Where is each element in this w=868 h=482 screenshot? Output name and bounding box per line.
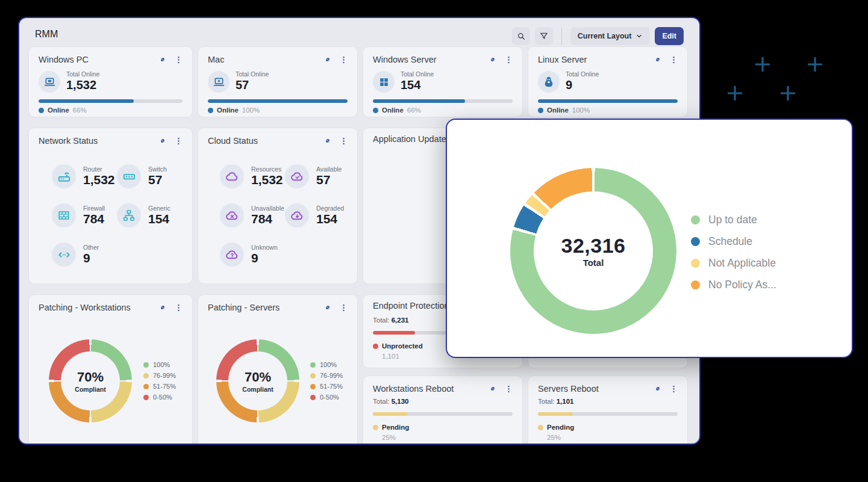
legend-item: 0-50% [143,394,172,401]
legend-item: No Policy As... [691,279,776,291]
card-servers-reboot: Servers Reboot Total: 1,101 Pending 25% [528,375,688,445]
expand-icon[interactable] [320,301,336,314]
patching-servers-donut-chart: 70% Compliant [216,339,299,422]
donut-center-label: Compliant [242,386,273,393]
donut-center-value: 32,316 [561,234,626,258]
stat-label: Other [83,244,99,251]
donut-center-value: 70% [77,369,104,385]
toolbar-divider [561,28,562,45]
windows-logo-icon [373,71,395,93]
donut-center-value: 70% [245,369,271,385]
metric-value: 57 [236,78,249,92]
legend-label: 100% [153,361,170,368]
card-mac: Mac Total Online 57 Online 100% [198,46,358,117]
legend-label: No Policy As... [708,279,776,291]
expand-icon[interactable] [155,301,170,314]
metric-value: 9 [566,78,572,92]
card-title: Servers Reboot [538,384,650,394]
pending-progress-track [373,412,513,416]
kebab-menu-icon[interactable] [170,134,186,147]
online-progress-fill [373,99,465,103]
online-dot [208,108,213,113]
plus-decoration-icon [754,56,771,73]
legend-item: 0-50% [310,394,339,401]
expand-icon[interactable] [485,53,501,66]
online-label: Online [547,107,569,114]
status-label: Pending [547,424,574,431]
status-dot [373,344,378,349]
total-value: 1,101 [557,398,574,405]
cloud-degraded-icon [285,203,309,227]
status-dot [538,425,543,430]
legend-dot [310,362,316,368]
stat-label: Resources [251,165,281,173]
kebab-menu-icon[interactable] [666,382,681,395]
stat-value: 9 [251,251,258,265]
online-percent: 66% [73,107,87,114]
expand-icon[interactable] [650,53,666,66]
kebab-menu-icon[interactable] [170,301,186,314]
legend-dot [143,373,149,378]
stat-value: 57 [148,173,162,187]
kebab-menu-icon[interactable] [336,53,351,66]
legend-item: Schedule [691,235,752,248]
online-percent: 100% [572,107,590,114]
legend-dot [691,237,700,246]
edit-button[interactable]: Edit [655,27,684,45]
legend-item: Up to date [691,214,757,226]
legend-dot [691,280,700,289]
legend-item: 100% [143,361,170,368]
legend-label: 51-75% [320,383,343,390]
expand-icon[interactable] [155,53,170,66]
kebab-menu-icon[interactable] [170,53,186,66]
legend-dot [310,395,316,400]
metric-value: 1,532 [66,78,96,92]
stat-label: Router [83,165,102,173]
legend-label: Schedule [708,235,752,248]
stat-value: 154 [316,212,337,226]
legend-dot [310,373,316,378]
card-patching-servers: Patching - Servers 70% Compliant 100% 76… [198,294,358,445]
card-title: Windows Server [373,55,485,64]
kebab-menu-icon[interactable] [336,134,351,147]
legend-dot [691,259,700,268]
layout-dropdown[interactable]: Current Layout [570,27,651,45]
expand-icon[interactable] [155,134,170,147]
status-value: 1,101 [382,353,399,360]
expand-icon[interactable] [485,382,501,395]
status-dot [373,425,378,430]
metric-label: Total Online [401,70,434,78]
legend-item: 51-75% [310,383,343,390]
plus-decoration-icon [807,56,823,73]
stat-label: Generic [148,205,170,212]
expand-icon[interactable] [650,382,666,395]
filter-button[interactable] [535,27,553,45]
online-percent: 66% [407,107,421,114]
unprotected-progress-fill [373,331,415,335]
mac-icon [208,71,229,93]
pending-progress-fill [373,412,408,416]
status-label: Unprotected [382,342,423,350]
card-cloud-status: Cloud Status Resources 1,532 Available 5… [198,128,358,284]
stat-value: 1,532 [83,173,115,187]
stat-value: 9 [83,251,90,265]
kebab-menu-icon[interactable] [501,382,516,395]
kebab-menu-icon[interactable] [666,53,681,66]
legend-dot [143,395,149,400]
stat-value: 57 [316,173,330,187]
legend-dot [691,215,700,224]
expand-icon[interactable] [320,134,336,147]
generic-device-icon [117,203,141,227]
online-progress-fill [538,99,678,103]
status-value: 25% [382,434,396,441]
filter-icon [539,31,549,41]
search-button[interactable] [512,27,530,45]
expand-icon[interactable] [320,53,336,66]
legend-item: 100% [310,361,337,368]
card-windows-server: Windows Server Total Online 154 Online 6… [363,46,523,117]
kebab-menu-icon[interactable] [501,53,516,66]
total-value: 6,231 [392,317,409,324]
stat-value: 1,532 [251,173,283,187]
linux-penguin-icon [538,71,560,93]
kebab-menu-icon[interactable] [336,301,351,314]
